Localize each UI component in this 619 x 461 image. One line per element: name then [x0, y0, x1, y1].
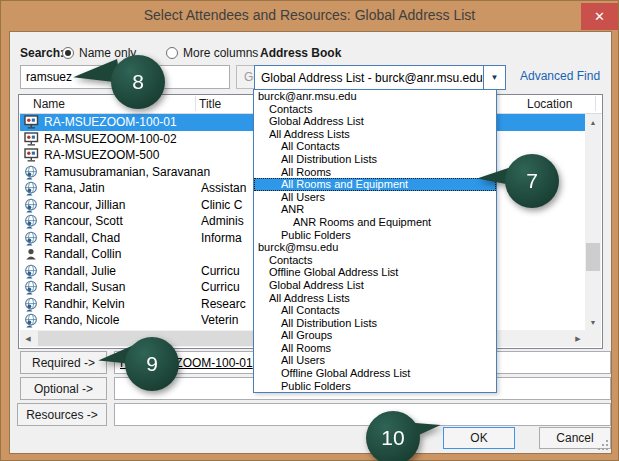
dropdown-item-label: All Users: [281, 191, 325, 203]
dropdown-item[interactable]: All Users: [254, 191, 496, 204]
resources-button[interactable]: Resources ->: [17, 403, 107, 426]
globe-user-icon: [24, 181, 39, 195]
dropdown-item-label: ANR: [281, 203, 304, 215]
callout-10: 10: [366, 411, 441, 461]
list-item-name: Randall, Julie: [44, 264, 116, 278]
address-list-dropdown[interactable]: burck@anr.msu.eduContactsGlobal Address …: [253, 89, 497, 393]
callout-7-number: 7: [505, 154, 559, 208]
dropdown-item-label: All Address Lists: [269, 292, 350, 304]
vertical-scrollbar[interactable]: ▲ ▼: [585, 114, 601, 330]
dropdown-item-label: All Users: [281, 354, 325, 366]
list-item-name: Randall, Chad: [44, 231, 120, 245]
dropdown-item[interactable]: Contacts: [254, 254, 496, 267]
globe-user-icon: [24, 297, 39, 311]
dropdown-item-label: All Rooms and Equipment: [281, 178, 408, 190]
dropdown-item[interactable]: All Contacts: [254, 140, 496, 153]
callout-10-number: 10: [366, 411, 420, 461]
column-header-title[interactable]: Title: [199, 97, 221, 111]
dropdown-item-label: Public Folders: [281, 380, 351, 392]
vertical-scroll-thumb[interactable]: [586, 243, 600, 271]
radio-more-columns-label[interactable]: More columns: [183, 46, 258, 60]
dropdown-item[interactable]: ANR Rooms and Equipment: [254, 216, 496, 229]
dropdown-item-label: All Rooms: [281, 166, 331, 178]
dropdown-item-label: Contacts: [269, 103, 312, 115]
dropdown-item-label: All Contacts: [281, 304, 340, 316]
dropdown-item-label: ANR Rooms and Equipment: [293, 216, 431, 228]
dropdown-item[interactable]: Offline Global Address List: [254, 266, 496, 279]
dropdown-item[interactable]: All Rooms and Equipment: [254, 178, 496, 191]
dropdown-item[interactable]: All Distribution Lists: [254, 153, 496, 166]
dropdown-item[interactable]: Global Address List: [254, 279, 496, 292]
globe-user-icon: [24, 313, 39, 327]
dropdown-item[interactable]: burck@anr.msu.edu: [254, 90, 496, 103]
dropdown-item[interactable]: All Contacts: [254, 304, 496, 317]
dropdown-item-label: Offline Global Address List: [281, 367, 410, 379]
address-book-value: Global Address List - burck@anr.msu.edu: [261, 71, 483, 85]
dropdown-item[interactable]: Contacts: [254, 103, 496, 116]
list-item-name: RA-MSUEZOOM-100-02: [44, 132, 177, 146]
list-item-name: Ramusubramanian, Saravanan: [44, 165, 210, 179]
list-item-name: Rando, Nicole: [44, 313, 119, 327]
titlebar[interactable]: Select Attendees and Resources: Global A…: [1, 1, 618, 31]
dropdown-item[interactable]: All Users: [254, 354, 496, 367]
close-button[interactable]: ✕: [581, 3, 618, 30]
globe-user-icon: [24, 198, 39, 212]
scroll-left-icon[interactable]: ◀: [20, 330, 36, 347]
dropdown-item-label: Offline Global Address List: [269, 266, 398, 278]
dropdown-item-label: burck@anr.msu.edu: [258, 90, 357, 102]
resources-field[interactable]: [114, 403, 611, 426]
required-button[interactable]: Required ->: [20, 351, 107, 374]
dropdown-item[interactable]: All Address Lists: [254, 292, 496, 305]
callout-8: 8: [73, 55, 193, 111]
globe-user-icon: [24, 165, 39, 179]
dropdown-item[interactable]: Public Folders: [254, 229, 496, 242]
scroll-right-icon[interactable]: ▶: [570, 330, 586, 347]
callout-9: 9: [98, 337, 208, 393]
globe-user-icon: [24, 231, 39, 245]
dropdown-item[interactable]: All Address Lists: [254, 128, 496, 141]
column-header-name[interactable]: Name: [33, 97, 65, 111]
dropdown-item-label: Contacts: [269, 254, 312, 266]
advanced-find-link[interactable]: Advanced Find: [520, 69, 600, 83]
dropdown-item[interactable]: All Rooms: [254, 342, 496, 355]
list-item-name: Rana, Jatin: [44, 181, 105, 195]
globe-user-icon: [24, 280, 39, 294]
dropdown-item[interactable]: All Rooms: [254, 166, 496, 179]
scroll-down-icon[interactable]: ▼: [585, 314, 601, 330]
dropdown-item[interactable]: Global Address List: [254, 115, 496, 128]
user-icon: [24, 247, 39, 261]
dropdown-item-label: All Rooms: [281, 342, 331, 354]
dropdown-item-label: All Address Lists: [269, 128, 350, 140]
dropdown-item[interactable]: ANR: [254, 203, 496, 216]
list-item-name: RA-MSUEZOOM-100-01: [44, 115, 177, 129]
optional-button[interactable]: Optional ->: [20, 377, 107, 400]
dropdown-item[interactable]: All Distribution Lists: [254, 317, 496, 330]
dropdown-item[interactable]: Offline Global Address List: [254, 367, 496, 380]
address-book-select[interactable]: Global Address List - burck@anr.msu.edu …: [254, 65, 506, 90]
dialog-window: Select Attendees and Resources: Global A…: [0, 0, 619, 461]
dropdown-item-label: All Distribution Lists: [281, 317, 377, 329]
dropdown-item-label: Global Address List: [269, 115, 364, 127]
dropdown-item[interactable]: burck@msu.edu: [254, 241, 496, 254]
dropdown-item-label: All Groups: [281, 329, 332, 341]
list-item-name: Randall, Collin: [44, 247, 121, 261]
meeting-resource-icon: [24, 148, 39, 162]
dropdown-item-label: Global Address List: [269, 279, 364, 291]
ok-button[interactable]: OK: [443, 427, 515, 449]
resize-grip-icon[interactable]: [598, 440, 608, 450]
dropdown-item-label: All Contacts: [281, 140, 340, 152]
column-header-location[interactable]: Location: [527, 97, 572, 111]
search-label: Search:: [20, 46, 64, 60]
globe-user-icon: [24, 264, 39, 278]
chevron-down-icon[interactable]: ▼: [483, 66, 505, 89]
dropdown-item-label: Public Folders: [281, 229, 351, 241]
dropdown-item-label: All Distribution Lists: [281, 153, 377, 165]
dropdown-item-label: burck@msu.edu: [258, 241, 338, 253]
close-icon: ✕: [594, 9, 605, 24]
list-item-name: Randhir, Kelvin: [44, 297, 125, 311]
meeting-resource-icon: [24, 115, 39, 129]
dropdown-item[interactable]: Public Folders: [254, 380, 496, 393]
dropdown-item[interactable]: All Groups: [254, 329, 496, 342]
address-book-label: Address Book: [260, 46, 341, 60]
scroll-up-icon[interactable]: ▲: [585, 114, 601, 130]
